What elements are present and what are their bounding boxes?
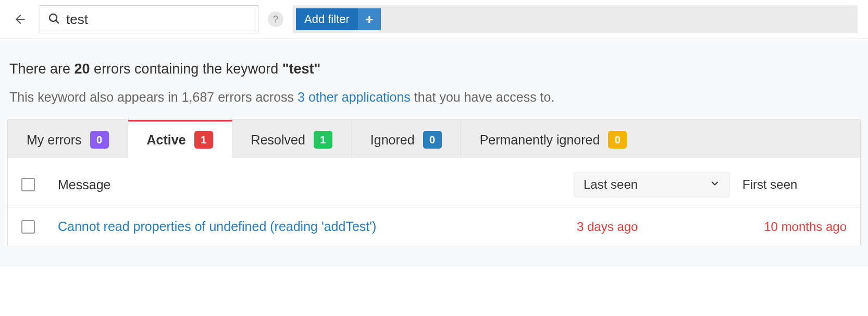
add-filter-label: Add filter [296,8,358,30]
tab-permanently-ignored[interactable]: Permanently ignored 0 [461,120,646,158]
tab-resolved[interactable]: Resolved 1 [232,120,352,158]
summary-line1: There are 20 errors containing the keywo… [9,61,859,77]
tab-count-badge: 1 [194,131,213,149]
tabs: My errors 0 Active 1 Resolved 1 Ignored … [7,119,861,158]
search-icon [47,12,60,27]
tab-count-badge: 1 [314,131,332,149]
error-message-link[interactable]: Cannot read properties of undefined (rea… [58,219,574,234]
header-last-seen-label: Last seen [584,177,638,192]
summary-block: There are 20 errors containing the keywo… [7,39,861,119]
select-all-cell [21,178,58,191]
row-checkbox[interactable] [21,220,35,234]
tab-label: Active [147,132,186,148]
help-button[interactable]: ? [268,11,283,27]
tab-label: Permanently ignored [480,132,600,148]
tab-label: Resolved [251,132,305,148]
header-last-seen[interactable]: Last seen [574,172,730,198]
content-area: There are 20 errors containing the keywo… [0,39,868,266]
arrow-left-icon [14,13,27,26]
back-button[interactable] [10,9,30,29]
row-checkbox-cell [21,220,58,234]
summary-prefix: There are [9,61,75,77]
summary-count: 20 [75,61,90,77]
tab-label: Ignored [370,132,415,148]
tab-my-errors[interactable]: My errors 0 [8,120,128,158]
header-message: Message [58,177,574,192]
plus-icon: + [358,8,381,30]
chevron-down-icon [710,177,720,192]
tab-count-badge: 0 [608,131,627,149]
summary-mid: errors containing the keyword [90,61,282,77]
summary-line2-prefix: This keyword also appears in 1,687 error… [9,90,297,104]
summary-line2-suffix: that you have access to. [411,90,555,104]
search-box[interactable] [40,5,258,33]
search-input[interactable] [66,11,251,28]
add-filter-button[interactable]: Add filter + [296,8,381,30]
summary-line2: This keyword also appears in 1,687 error… [9,90,859,105]
select-all-checkbox[interactable] [21,178,35,191]
svg-line-2 [56,21,59,23]
last-seen-value: 3 days ago [574,220,742,234]
table-row: Cannot read properties of undefined (rea… [8,208,860,246]
filter-bar: Add filter + [293,5,858,33]
header-first-seen: First seen [742,177,847,192]
top-bar: ? Add filter + [0,0,868,39]
errors-table: Message Last seen First seen Cannot read… [7,158,861,246]
first-seen-value: 10 months ago [742,220,847,234]
tab-count-badge: 0 [90,131,109,149]
tab-count-badge: 0 [423,131,442,149]
tab-label: My errors [27,132,82,148]
tab-ignored[interactable]: Ignored 0 [352,120,461,158]
table-header: Message Last seen First seen [8,158,860,208]
summary-keyword: "test" [282,61,321,77]
other-applications-link[interactable]: 3 other applications [297,90,411,104]
tab-active[interactable]: Active 1 [128,120,232,158]
question-icon: ? [273,14,278,25]
